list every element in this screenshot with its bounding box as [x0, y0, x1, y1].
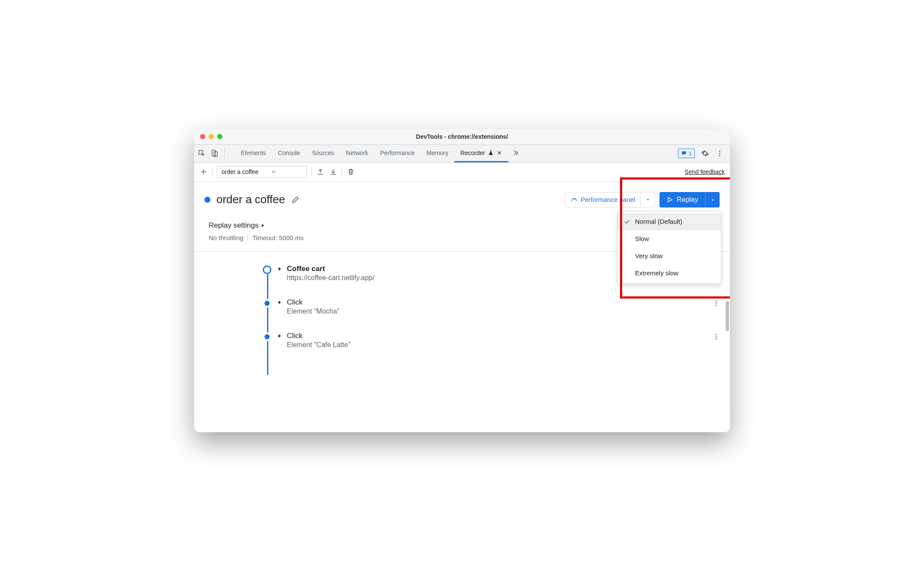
svg-point-13	[716, 336, 717, 337]
replay-speed-dropdown: Normal (Default) Slow Very slow Extremel…	[617, 211, 721, 284]
step-item[interactable]: Click Element "Mocha"	[263, 298, 720, 315]
tab-network[interactable]: Network	[340, 145, 374, 162]
delete-button[interactable]	[346, 168, 355, 176]
replay-button-group: Replay	[660, 192, 720, 207]
divider	[224, 148, 225, 159]
divider	[212, 167, 213, 177]
tab-memory[interactable]: Memory	[421, 145, 455, 162]
caret-right-icon[interactable]	[277, 266, 283, 272]
divider	[311, 167, 312, 177]
settings-icon[interactable]	[701, 149, 709, 158]
tab-performance[interactable]: Performance	[374, 145, 420, 162]
send-feedback-link[interactable]: Send feedback	[685, 168, 725, 175]
gauge-icon	[570, 196, 578, 204]
timeline-connector	[267, 308, 268, 332]
chevron-down-icon	[271, 169, 277, 175]
recording-title: order a coffee	[216, 193, 285, 206]
svg-point-4	[719, 153, 720, 154]
timeline-connector	[267, 274, 268, 299]
step-title: Click	[287, 298, 720, 307]
window-title: DevTools - chrome://extensions/	[194, 133, 730, 140]
minimize-window-button[interactable]	[209, 134, 214, 139]
play-icon	[666, 196, 673, 203]
divider	[248, 234, 248, 242]
step-title: Click	[287, 332, 720, 340]
tab-sources[interactable]: Sources	[306, 145, 340, 162]
tab-elements[interactable]: Elements	[235, 145, 272, 162]
caret-up-icon	[710, 197, 715, 202]
issues-count: 1	[689, 150, 692, 157]
more-vertical-icon	[713, 333, 720, 340]
step-menu-button[interactable]	[712, 299, 720, 308]
scrollbar-thumb[interactable]	[726, 301, 729, 331]
step-subtitle: Element "Mocha"	[287, 308, 720, 315]
replay-button[interactable]: Replay	[660, 192, 705, 207]
inspect-element-icon[interactable]	[198, 149, 206, 158]
panel-tabbar: Elements Console Sources Network Perform…	[194, 145, 730, 163]
close-icon[interactable]	[496, 150, 502, 156]
performance-panel-caret[interactable]	[640, 192, 655, 207]
recording-header: order a coffee Performance panel Replay	[194, 182, 730, 213]
traffic-lights	[200, 134, 222, 139]
step-marker	[264, 334, 270, 339]
performance-panel-label: Performance panel	[581, 196, 635, 203]
add-recording-button[interactable]	[199, 168, 208, 176]
caret-right-icon[interactable]	[277, 299, 283, 305]
svg-point-10	[716, 302, 717, 304]
chevrons-right-icon	[512, 149, 520, 157]
replay-option-slow[interactable]: Slow	[618, 230, 721, 247]
svg-point-3	[719, 150, 720, 152]
check-icon	[623, 218, 631, 226]
more-tabs-button[interactable]	[508, 145, 523, 162]
recorder-toolbar: order a coffee Send feedback	[194, 163, 730, 182]
titlebar: DevTools - chrome://extensions/	[194, 129, 730, 145]
step-marker	[264, 301, 270, 306]
replay-option-label: Extremely slow	[635, 269, 678, 277]
close-window-button[interactable]	[200, 134, 205, 139]
timeline-connector	[267, 341, 268, 375]
svg-point-11	[716, 305, 717, 306]
performance-panel-button: Performance panel	[565, 192, 655, 207]
device-toolbar-icon[interactable]	[210, 149, 219, 158]
panel-tabs: Elements Console Sources Network Perform…	[235, 145, 523, 162]
tabbar-left-tools	[198, 145, 233, 162]
import-button[interactable]	[329, 168, 337, 176]
performance-panel-main[interactable]: Performance panel	[565, 196, 640, 204]
more-menu-icon[interactable]	[715, 149, 724, 158]
edit-title-button[interactable]	[291, 195, 300, 204]
header-actions: Performance panel Replay No	[565, 192, 720, 207]
replay-option-label: Very slow	[635, 252, 663, 259]
replay-speed-caret[interactable]	[705, 192, 720, 207]
replay-option-label: Slow	[635, 235, 649, 242]
replay-settings-label: Replay settings	[209, 221, 258, 230]
flask-icon	[488, 150, 494, 156]
divider	[342, 167, 342, 177]
recording-status-dot	[204, 197, 210, 203]
step-menu-button[interactable]	[712, 332, 720, 341]
caret-down-icon	[645, 197, 650, 202]
tab-console[interactable]: Console	[272, 145, 306, 162]
tabbar-right: 1	[678, 145, 726, 162]
issues-badge[interactable]: 1	[678, 149, 695, 158]
replay-option-normal[interactable]: Normal (Default)	[618, 213, 721, 230]
replay-label: Replay	[677, 196, 698, 204]
replay-option-very-slow[interactable]: Very slow	[618, 247, 721, 265]
step-marker-start	[263, 265, 271, 274]
caret-right-icon[interactable]	[277, 333, 283, 339]
devtools-window: DevTools - chrome://extensions/ Elements…	[194, 129, 730, 432]
timeout-value: Timeout: 5000 ms	[252, 234, 304, 241]
svg-point-5	[719, 155, 720, 156]
replay-option-extremely-slow[interactable]: Extremely slow	[618, 265, 721, 282]
export-button[interactable]	[316, 168, 325, 176]
replay-option-label: Normal (Default)	[635, 218, 682, 225]
maximize-window-button[interactable]	[217, 134, 222, 139]
svg-point-9	[716, 301, 717, 302]
step-item[interactable]: Click Element "Cafe Latte"	[263, 332, 720, 349]
tab-recorder[interactable]: Recorder	[454, 145, 508, 162]
more-vertical-icon	[713, 300, 720, 307]
svg-point-14	[716, 338, 717, 339]
svg-point-12	[716, 334, 717, 335]
recording-selector[interactable]: order a coffee	[217, 166, 307, 178]
message-icon	[681, 150, 687, 156]
step-subtitle: Element "Cafe Latte"	[287, 341, 720, 349]
